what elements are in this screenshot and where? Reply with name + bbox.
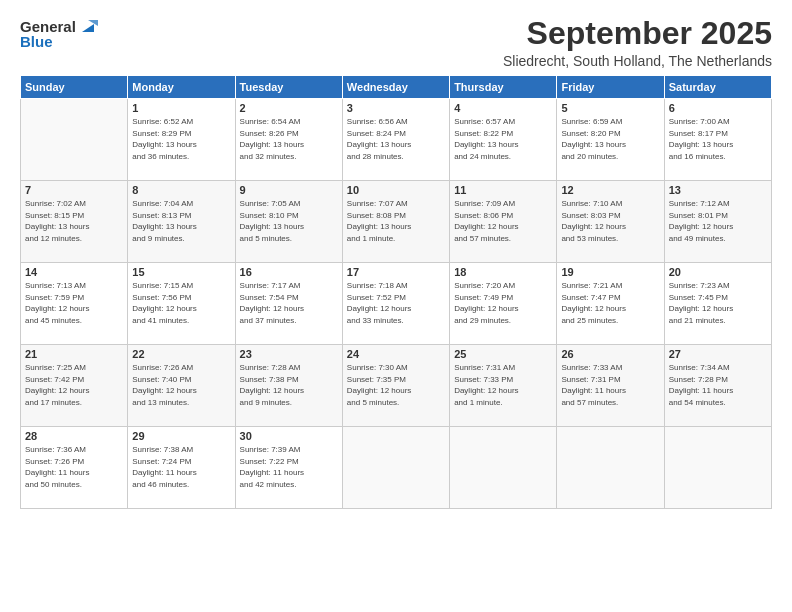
- day-number: 7: [25, 184, 123, 196]
- day-cell: 5Sunrise: 6:59 AMSunset: 8:20 PMDaylight…: [557, 99, 664, 181]
- svg-marker-0: [82, 24, 94, 32]
- day-cell: 20Sunrise: 7:23 AMSunset: 7:45 PMDayligh…: [664, 263, 771, 345]
- weekday-header-monday: Monday: [128, 76, 235, 99]
- day-info: Sunrise: 7:18 AMSunset: 7:52 PMDaylight:…: [347, 280, 445, 326]
- weekday-header-tuesday: Tuesday: [235, 76, 342, 99]
- day-info: Sunrise: 7:38 AMSunset: 7:24 PMDaylight:…: [132, 444, 230, 490]
- title-block: September 2025 Sliedrecht, South Holland…: [503, 16, 772, 69]
- weekday-header-wednesday: Wednesday: [342, 76, 449, 99]
- day-number: 11: [454, 184, 552, 196]
- day-number: 24: [347, 348, 445, 360]
- day-cell: 18Sunrise: 7:20 AMSunset: 7:49 PMDayligh…: [450, 263, 557, 345]
- day-cell: 6Sunrise: 7:00 AMSunset: 8:17 PMDaylight…: [664, 99, 771, 181]
- weekday-header-row: SundayMondayTuesdayWednesdayThursdayFrid…: [21, 76, 772, 99]
- day-cell: 24Sunrise: 7:30 AMSunset: 7:35 PMDayligh…: [342, 345, 449, 427]
- day-info: Sunrise: 7:36 AMSunset: 7:26 PMDaylight:…: [25, 444, 123, 490]
- day-number: 4: [454, 102, 552, 114]
- day-info: Sunrise: 7:12 AMSunset: 8:01 PMDaylight:…: [669, 198, 767, 244]
- day-info: Sunrise: 7:34 AMSunset: 7:28 PMDaylight:…: [669, 362, 767, 408]
- page-container: General Blue September 2025 Sliedrecht, …: [0, 0, 792, 519]
- day-number: 1: [132, 102, 230, 114]
- day-cell: 15Sunrise: 7:15 AMSunset: 7:56 PMDayligh…: [128, 263, 235, 345]
- day-cell: 22Sunrise: 7:26 AMSunset: 7:40 PMDayligh…: [128, 345, 235, 427]
- day-info: Sunrise: 6:54 AMSunset: 8:26 PMDaylight:…: [240, 116, 338, 162]
- week-row-4: 21Sunrise: 7:25 AMSunset: 7:42 PMDayligh…: [21, 345, 772, 427]
- day-cell: 25Sunrise: 7:31 AMSunset: 7:33 PMDayligh…: [450, 345, 557, 427]
- location-title: Sliedrecht, South Holland, The Netherlan…: [503, 53, 772, 69]
- day-cell: 16Sunrise: 7:17 AMSunset: 7:54 PMDayligh…: [235, 263, 342, 345]
- day-number: 16: [240, 266, 338, 278]
- logo-icon: [78, 16, 98, 36]
- day-number: 14: [25, 266, 123, 278]
- day-number: 17: [347, 266, 445, 278]
- day-info: Sunrise: 7:28 AMSunset: 7:38 PMDaylight:…: [240, 362, 338, 408]
- day-info: Sunrise: 7:04 AMSunset: 8:13 PMDaylight:…: [132, 198, 230, 244]
- day-info: Sunrise: 6:56 AMSunset: 8:24 PMDaylight:…: [347, 116, 445, 162]
- day-info: Sunrise: 7:31 AMSunset: 7:33 PMDaylight:…: [454, 362, 552, 408]
- day-number: 13: [669, 184, 767, 196]
- day-number: 22: [132, 348, 230, 360]
- day-info: Sunrise: 7:17 AMSunset: 7:54 PMDaylight:…: [240, 280, 338, 326]
- day-cell: 23Sunrise: 7:28 AMSunset: 7:38 PMDayligh…: [235, 345, 342, 427]
- day-cell: [21, 99, 128, 181]
- day-info: Sunrise: 7:23 AMSunset: 7:45 PMDaylight:…: [669, 280, 767, 326]
- day-number: 26: [561, 348, 659, 360]
- day-cell: [342, 427, 449, 509]
- day-info: Sunrise: 6:59 AMSunset: 8:20 PMDaylight:…: [561, 116, 659, 162]
- day-info: Sunrise: 7:20 AMSunset: 7:49 PMDaylight:…: [454, 280, 552, 326]
- day-cell: 29Sunrise: 7:38 AMSunset: 7:24 PMDayligh…: [128, 427, 235, 509]
- day-info: Sunrise: 7:15 AMSunset: 7:56 PMDaylight:…: [132, 280, 230, 326]
- day-info: Sunrise: 7:21 AMSunset: 7:47 PMDaylight:…: [561, 280, 659, 326]
- day-number: 15: [132, 266, 230, 278]
- month-title: September 2025: [503, 16, 772, 51]
- week-row-1: 1Sunrise: 6:52 AMSunset: 8:29 PMDaylight…: [21, 99, 772, 181]
- day-cell: 8Sunrise: 7:04 AMSunset: 8:13 PMDaylight…: [128, 181, 235, 263]
- day-number: 5: [561, 102, 659, 114]
- day-cell: 3Sunrise: 6:56 AMSunset: 8:24 PMDaylight…: [342, 99, 449, 181]
- day-cell: [450, 427, 557, 509]
- week-row-2: 7Sunrise: 7:02 AMSunset: 8:15 PMDaylight…: [21, 181, 772, 263]
- day-cell: 13Sunrise: 7:12 AMSunset: 8:01 PMDayligh…: [664, 181, 771, 263]
- weekday-header-sunday: Sunday: [21, 76, 128, 99]
- day-number: 20: [669, 266, 767, 278]
- day-cell: 12Sunrise: 7:10 AMSunset: 8:03 PMDayligh…: [557, 181, 664, 263]
- day-cell: 30Sunrise: 7:39 AMSunset: 7:22 PMDayligh…: [235, 427, 342, 509]
- day-number: 29: [132, 430, 230, 442]
- logo-general: General: [20, 18, 76, 35]
- day-cell: 4Sunrise: 6:57 AMSunset: 8:22 PMDaylight…: [450, 99, 557, 181]
- day-number: 6: [669, 102, 767, 114]
- day-number: 8: [132, 184, 230, 196]
- day-cell: [664, 427, 771, 509]
- day-cell: 14Sunrise: 7:13 AMSunset: 7:59 PMDayligh…: [21, 263, 128, 345]
- day-info: Sunrise: 6:52 AMSunset: 8:29 PMDaylight:…: [132, 116, 230, 162]
- day-number: 2: [240, 102, 338, 114]
- day-cell: 10Sunrise: 7:07 AMSunset: 8:08 PMDayligh…: [342, 181, 449, 263]
- week-row-3: 14Sunrise: 7:13 AMSunset: 7:59 PMDayligh…: [21, 263, 772, 345]
- day-cell: 19Sunrise: 7:21 AMSunset: 7:47 PMDayligh…: [557, 263, 664, 345]
- day-info: Sunrise: 7:30 AMSunset: 7:35 PMDaylight:…: [347, 362, 445, 408]
- day-cell: 28Sunrise: 7:36 AMSunset: 7:26 PMDayligh…: [21, 427, 128, 509]
- day-info: Sunrise: 7:33 AMSunset: 7:31 PMDaylight:…: [561, 362, 659, 408]
- day-number: 12: [561, 184, 659, 196]
- day-cell: 7Sunrise: 7:02 AMSunset: 8:15 PMDaylight…: [21, 181, 128, 263]
- day-number: 19: [561, 266, 659, 278]
- day-info: Sunrise: 7:39 AMSunset: 7:22 PMDaylight:…: [240, 444, 338, 490]
- day-cell: 17Sunrise: 7:18 AMSunset: 7:52 PMDayligh…: [342, 263, 449, 345]
- day-number: 9: [240, 184, 338, 196]
- day-cell: 9Sunrise: 7:05 AMSunset: 8:10 PMDaylight…: [235, 181, 342, 263]
- day-number: 21: [25, 348, 123, 360]
- day-info: Sunrise: 7:02 AMSunset: 8:15 PMDaylight:…: [25, 198, 123, 244]
- day-info: Sunrise: 7:26 AMSunset: 7:40 PMDaylight:…: [132, 362, 230, 408]
- day-number: 10: [347, 184, 445, 196]
- day-number: 23: [240, 348, 338, 360]
- day-info: Sunrise: 6:57 AMSunset: 8:22 PMDaylight:…: [454, 116, 552, 162]
- day-cell: 1Sunrise: 6:52 AMSunset: 8:29 PMDaylight…: [128, 99, 235, 181]
- header: General Blue September 2025 Sliedrecht, …: [20, 16, 772, 69]
- weekday-header-thursday: Thursday: [450, 76, 557, 99]
- day-number: 27: [669, 348, 767, 360]
- day-number: 25: [454, 348, 552, 360]
- day-info: Sunrise: 7:25 AMSunset: 7:42 PMDaylight:…: [25, 362, 123, 408]
- day-cell: 11Sunrise: 7:09 AMSunset: 8:06 PMDayligh…: [450, 181, 557, 263]
- day-number: 3: [347, 102, 445, 114]
- day-info: Sunrise: 7:05 AMSunset: 8:10 PMDaylight:…: [240, 198, 338, 244]
